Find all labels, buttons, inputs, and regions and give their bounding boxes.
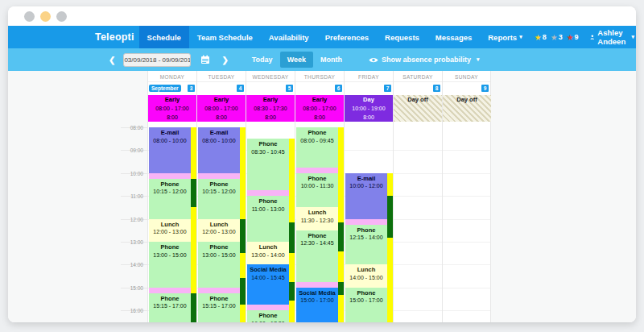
activity-block-lunch[interactable]: Lunch13:00 - 14:00: [247, 242, 289, 264]
activity-block-email[interactable]: E-mail08:00 - 10:00: [198, 127, 240, 173]
hour-gridline: [443, 150, 490, 151]
activity-block-phone[interactable]: Phone08:00 - 09:45: [296, 127, 338, 168]
browser-window: Teleopti ScheduleTeam ScheduleAvailabili…: [8, 6, 636, 322]
week-view-button[interactable]: Week: [280, 52, 313, 68]
activity-block-break[interactable]: [247, 305, 289, 310]
prev-week-button[interactable]: ❮: [101, 56, 123, 64]
activity-block-break[interactable]: [345, 219, 387, 225]
shift-summary-early[interactable]: Early08:00 - 17:008:00: [148, 95, 196, 122]
activity-block-break[interactable]: [198, 288, 240, 293]
activity-block-lunch[interactable]: Lunch11:30 - 12:30: [296, 207, 338, 230]
time-axis-label: 12:00: [121, 217, 143, 222]
absence-probability-high-segment: [338, 222, 344, 251]
date-badge: 9: [481, 85, 489, 92]
user-menu[interactable]: Ashley Andeen ▾: [590, 28, 634, 46]
day-name-label: MONDAY: [148, 71, 196, 82]
next-week-button[interactable]: ❯: [213, 56, 236, 64]
activity-block-break[interactable]: [149, 173, 191, 179]
nav-item-requests[interactable]: Requests: [377, 26, 427, 48]
hour-gridline: [394, 173, 442, 174]
hour-gridline: [394, 196, 442, 197]
absence-probability-high-segment: [191, 293, 196, 322]
activity-block-phone[interactable]: Phone10:15 - 12:00: [149, 179, 191, 219]
activity-block-break[interactable]: [198, 173, 240, 179]
day-column-tuesday: TUESDAY4Early08:00 - 17:008:00E-mail08:0…: [196, 71, 246, 322]
nav-item-reports[interactable]: Reports▾: [480, 26, 530, 48]
shift-summary-early[interactable]: Early08:30 - 17:308:00: [246, 95, 295, 122]
activity-block-phone[interactable]: Phone08:30 - 10:45: [247, 139, 289, 190]
absence-probability-high-segment: [240, 219, 246, 254]
hour-gridline: [394, 264, 442, 265]
window-dot-icon: [24, 11, 35, 22]
shift-summary-early[interactable]: Early08:00 - 17:008:00: [295, 95, 344, 122]
month-view-button[interactable]: Month: [313, 52, 349, 68]
person-icon: [590, 33, 595, 41]
nav-item-team-schedule[interactable]: Team Schedule: [189, 26, 261, 48]
nav-item-messages[interactable]: Messages: [427, 26, 480, 48]
activity-block-phone[interactable]: Phone16:00 - 17:30: [247, 310, 289, 322]
nav-item-schedule[interactable]: Schedule: [139, 26, 189, 48]
activity-block-phone[interactable]: Phone13:00 - 15:00: [149, 242, 191, 288]
activity-block-email[interactable]: E-mail10:00 - 12:00: [345, 173, 387, 219]
absence-probability-high-segment: [191, 179, 196, 208]
shift-summary-day[interactable]: Day10:00 - 19:008:00: [345, 95, 393, 122]
hour-gridline: [394, 242, 442, 243]
window-dot-icon: [56, 11, 67, 22]
activity-block-phone[interactable]: Phone15:15 - 17:00: [149, 293, 191, 322]
show-absence-probability-toggle[interactable]: Show absence probability ▾: [369, 56, 480, 64]
activity-block-phone[interactable]: Phone10:00 - 11:30: [296, 173, 338, 208]
absence-probability-bar: [191, 127, 196, 322]
shift-summary-early[interactable]: Early08:00 - 17:008:00: [197, 95, 246, 122]
activity-block-break[interactable]: [247, 190, 289, 196]
activity-block-phone[interactable]: Phone15:00 - 17:00: [345, 288, 387, 322]
time-axis-label: 11:00: [121, 193, 143, 199]
activity-block-phone[interactable]: Phone15:15 - 17:00: [198, 293, 240, 322]
nav-menu: ScheduleTeam ScheduleAvailabilityPrefere…: [139, 26, 530, 48]
nav-item-preferences[interactable]: Preferences: [317, 26, 377, 48]
activity-block-break[interactable]: [296, 168, 338, 173]
time-axis-label: 14:00: [121, 262, 143, 268]
shift-summary-dayoff[interactable]: Day off: [394, 95, 442, 122]
eye-icon: [369, 56, 378, 64]
gamification-badges: ★8★3★9: [530, 33, 579, 42]
calendar-picker-button[interactable]: [200, 55, 210, 64]
day-name-label: FRIDAY: [345, 71, 393, 82]
calendar-icon: [200, 55, 210, 64]
day-column-sunday: SUNDAY9Day off: [442, 71, 491, 322]
activity-block-lunch[interactable]: Lunch14:00 - 15:00: [345, 264, 387, 287]
nav-item-availability[interactable]: Availability: [261, 26, 317, 48]
absence-probability-bar: [338, 127, 344, 322]
day-name-label: SUNDAY: [443, 71, 490, 82]
date-badge: 6: [335, 85, 342, 92]
chevron-down-icon: ▾: [477, 56, 480, 63]
activity-block-break[interactable]: [149, 288, 191, 293]
activity-block-break[interactable]: [296, 282, 338, 288]
activity-block-phone[interactable]: Phone13:00 - 15:00: [198, 242, 240, 288]
absence-probability-high-segment: [289, 222, 295, 253]
shift-summary-dayoff[interactable]: Day off: [443, 95, 491, 122]
date-range-input[interactable]: [123, 53, 191, 67]
day-name-label: THURSDAY: [295, 71, 344, 82]
hour-gridline: [443, 288, 490, 288]
absence-probability-bar: [289, 139, 295, 322]
time-axis-label: 09:00: [121, 147, 143, 153]
activity-block-lunch[interactable]: Lunch12:00 - 13:00: [149, 219, 191, 242]
absence-probability-bar: [387, 173, 393, 322]
badge-count: 8: [543, 33, 547, 41]
main-navbar: Teleopti ScheduleTeam ScheduleAvailabili…: [8, 26, 636, 48]
absence-label: Show absence probability: [382, 56, 471, 64]
activity-block-lunch[interactable]: Lunch12:00 - 13:00: [198, 219, 240, 242]
activity-block-social[interactable]: Social Media14:00 - 15:45: [247, 264, 289, 305]
activity-block-phone[interactable]: Phone12:30 - 14:45: [296, 230, 338, 282]
nav-right-group: ★8★3★9 Ashley Andeen ▾: [530, 26, 634, 48]
activity-block-social[interactable]: Social Media15:00 - 17:00: [296, 288, 338, 322]
activity-block-email[interactable]: E-mail08:00 - 10:00: [149, 127, 191, 173]
activity-block-phone[interactable]: Phone11:00 - 13:00: [247, 196, 289, 242]
star-icon: ★: [535, 33, 542, 42]
time-axis-label: 16:00: [121, 308, 143, 313]
time-axis-label: 15:00: [121, 285, 143, 291]
activity-block-phone[interactable]: Phone12:15 - 14:00: [345, 225, 387, 265]
activity-block-phone[interactable]: Phone10:15 - 12:00: [198, 179, 240, 219]
today-button[interactable]: Today: [245, 52, 280, 68]
brand-logo: Teleopti: [95, 31, 134, 43]
